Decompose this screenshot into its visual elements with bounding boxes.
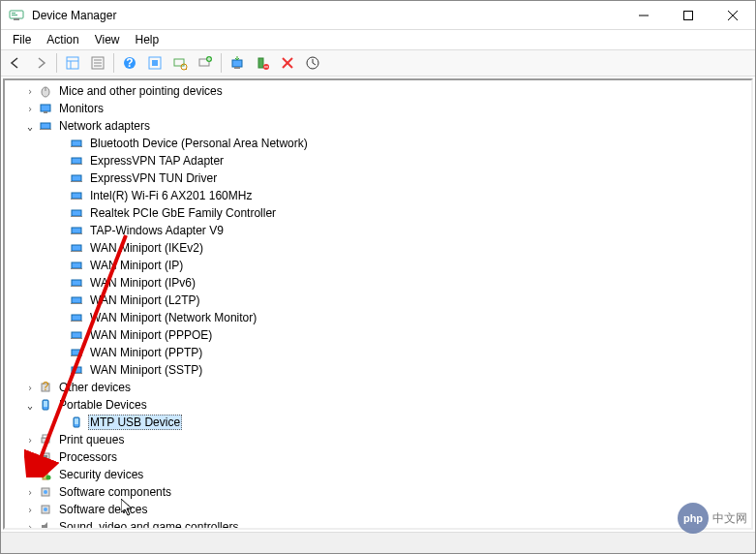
node-label[interactable]: Network adapters bbox=[57, 119, 152, 133]
node-label[interactable]: Portable Devices bbox=[57, 398, 149, 412]
node-label[interactable]: WAN Miniport (SSTP) bbox=[88, 363, 204, 377]
svg-text:?: ? bbox=[126, 56, 133, 70]
menu-view[interactable]: View bbox=[87, 31, 128, 48]
tree-other[interactable]: › ? Other devices bbox=[7, 379, 749, 396]
tree-net-item-0[interactable]: Bluetooth Device (Personal Area Network) bbox=[7, 135, 749, 152]
node-label[interactable]: Print queues bbox=[57, 433, 126, 446]
node-label[interactable]: Mice and other pointing devices bbox=[57, 84, 225, 98]
node-label[interactable]: WAN Miniport (Network Monitor) bbox=[88, 311, 258, 324]
tree-swcomp[interactable]: › Software components bbox=[7, 483, 749, 501]
tree-net-item-6[interactable]: WAN Miniport (IKEv2) bbox=[7, 239, 749, 257]
update-driver-button[interactable] bbox=[226, 51, 249, 75]
tree-net-item-7[interactable]: WAN Miniport (IP) bbox=[7, 257, 749, 274]
tree-network[interactable]: ⌄ Network adapters bbox=[7, 117, 749, 135]
node-label[interactable]: WAN Miniport (PPPOE) bbox=[88, 328, 214, 342]
expander-icon[interactable]: › bbox=[22, 86, 38, 97]
svg-rect-3 bbox=[14, 18, 19, 20]
node-label[interactable]: Realtek PCIe GbE Family Controller bbox=[88, 206, 278, 220]
node-label[interactable]: Software devices bbox=[57, 503, 149, 516]
expander-icon[interactable]: › bbox=[22, 470, 38, 480]
node-label[interactable]: Software components bbox=[57, 485, 173, 499]
expander-icon[interactable]: › bbox=[22, 505, 38, 515]
svg-rect-56 bbox=[72, 280, 81, 286]
tree-net-item-8[interactable]: WAN Miniport (IPv6) bbox=[7, 274, 749, 292]
minimize-button[interactable] bbox=[621, 1, 666, 29]
sw-icon bbox=[38, 502, 53, 517]
tree-net-item-4[interactable]: Realtek PCIe GbE Family Controller bbox=[7, 204, 749, 222]
expander-icon[interactable]: › bbox=[22, 435, 38, 446]
expander-icon[interactable]: ⌄ bbox=[22, 121, 38, 132]
node-label[interactable]: ExpressVPN TUN Driver bbox=[88, 171, 219, 185]
node-label[interactable]: MTP USB Device bbox=[88, 415, 182, 430]
node-label[interactable]: WAN Miniport (IP) bbox=[88, 259, 185, 272]
back-button[interactable] bbox=[4, 51, 27, 75]
tree-net-item-1[interactable]: ExpressVPN TAP Adapter bbox=[7, 152, 749, 169]
tree-net-item-2[interactable]: ExpressVPN TUN Driver bbox=[7, 169, 749, 187]
device-tree[interactable]: › Mice and other pointing devices › Moni… bbox=[3, 78, 753, 530]
tree-net-item-9[interactable]: WAN Miniport (L2TP) bbox=[7, 292, 749, 309]
expander-icon[interactable]: › bbox=[22, 383, 38, 393]
svg-rect-26 bbox=[232, 60, 242, 67]
tree-net-item-3[interactable]: Intel(R) Wi-Fi 6 AX201 160MHz bbox=[7, 187, 749, 204]
tree-mtp-device[interactable]: MTP USB Device bbox=[7, 414, 749, 431]
tree-sound[interactable]: › Sound, video and game controllers bbox=[7, 518, 749, 530]
tree-swdev[interactable]: › Software devices bbox=[7, 501, 749, 518]
tree-net-item-12[interactable]: WAN Miniport (PPTP) bbox=[7, 344, 749, 361]
tree-net-item-11[interactable]: WAN Miniport (PPPOE) bbox=[7, 326, 749, 344]
tree-security[interactable]: › Security devices bbox=[7, 466, 749, 483]
close-button[interactable] bbox=[711, 1, 755, 29]
menu-action[interactable]: Action bbox=[39, 31, 86, 48]
expander-icon[interactable]: › bbox=[22, 522, 38, 531]
expander-icon[interactable]: ⌄ bbox=[22, 400, 38, 411]
node-label[interactable]: TAP-Windows Adapter V9 bbox=[88, 224, 226, 237]
show-hide-tree-button[interactable] bbox=[61, 51, 84, 75]
node-label[interactable]: Bluetooth Device (Personal Area Network) bbox=[88, 137, 310, 150]
statusbar bbox=[1, 532, 755, 553]
node-label[interactable]: WAN Miniport (L2TP) bbox=[88, 293, 202, 307]
tree-net-item-10[interactable]: WAN Miniport (Network Monitor) bbox=[7, 309, 749, 326]
tree-processors[interactable]: › Processors bbox=[7, 448, 749, 466]
disable-button[interactable] bbox=[276, 51, 299, 75]
node-label[interactable]: Other devices bbox=[57, 381, 133, 394]
node-label[interactable]: Security devices bbox=[57, 468, 145, 481]
tree-mice[interactable]: › Mice and other pointing devices bbox=[7, 82, 749, 100]
net-icon bbox=[69, 327, 84, 343]
uninstall-button[interactable] bbox=[251, 51, 274, 75]
maximize-button[interactable] bbox=[666, 1, 711, 29]
tree-portable[interactable]: ⌄ Portable Devices bbox=[7, 396, 749, 414]
tree-print[interactable]: › Print queues bbox=[7, 431, 749, 448]
node-label[interactable]: Sound, video and game controllers bbox=[57, 520, 240, 530]
node-label[interactable]: WAN Miniport (IPv6) bbox=[88, 276, 197, 290]
node-label[interactable]: ExpressVPN TAP Adapter bbox=[88, 154, 226, 168]
tree-monitors[interactable]: › Monitors bbox=[7, 100, 749, 117]
node-label[interactable]: Monitors bbox=[57, 102, 106, 115]
tree-net-item-13[interactable]: WAN Miniport (SSTP) bbox=[7, 361, 749, 379]
forward-button[interactable] bbox=[29, 51, 52, 75]
action-button[interactable] bbox=[143, 51, 166, 75]
node-label[interactable]: Intel(R) Wi-Fi 6 AX201 160MHz bbox=[88, 189, 254, 202]
enable-button[interactable] bbox=[301, 51, 324, 75]
scan-hardware-button[interactable] bbox=[168, 51, 192, 75]
tree-net-item-5[interactable]: TAP-Windows Adapter V9 bbox=[7, 222, 749, 239]
expander-icon[interactable]: › bbox=[22, 104, 38, 114]
expander-icon[interactable]: › bbox=[22, 452, 38, 463]
svg-rect-53 bbox=[71, 251, 82, 252]
add-hardware-button[interactable] bbox=[194, 51, 217, 75]
properties-button[interactable] bbox=[86, 51, 109, 75]
svg-rect-44 bbox=[72, 175, 81, 181]
help-button[interactable]: ? bbox=[118, 51, 141, 75]
svg-rect-49 bbox=[71, 216, 82, 217]
node-label[interactable]: WAN Miniport (PPTP) bbox=[88, 346, 204, 359]
menu-help[interactable]: Help bbox=[128, 31, 167, 48]
svg-rect-18 bbox=[152, 60, 158, 66]
menu-file[interactable]: File bbox=[5, 31, 39, 48]
other-icon: ? bbox=[38, 380, 53, 395]
mouse-icon bbox=[38, 83, 53, 99]
svg-line-21 bbox=[186, 69, 187, 70]
svg-rect-1 bbox=[12, 13, 15, 14]
node-label[interactable]: WAN Miniport (IKEv2) bbox=[88, 241, 205, 255]
expander-icon[interactable]: › bbox=[22, 487, 38, 498]
node-label[interactable]: Processors bbox=[57, 450, 119, 464]
portable-icon bbox=[69, 415, 84, 430]
net-icon bbox=[69, 345, 84, 360]
